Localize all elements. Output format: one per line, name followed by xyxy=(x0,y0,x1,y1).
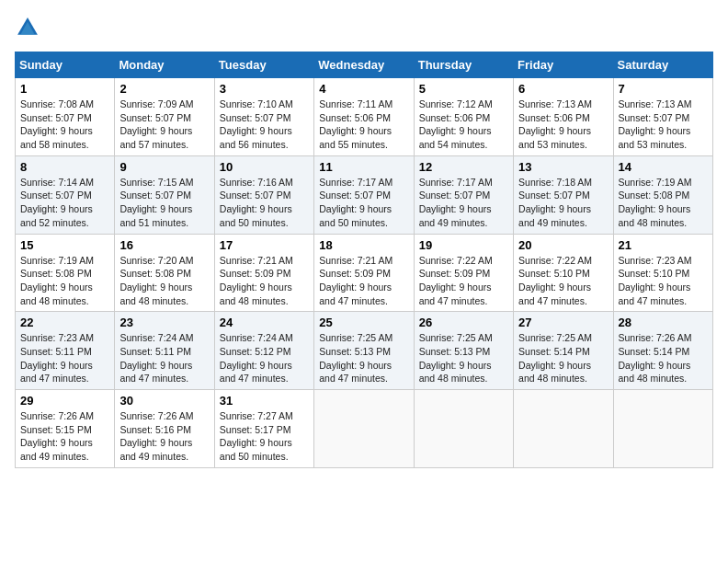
calendar-cell: 29 Sunrise: 7:26 AM Sunset: 5:15 PM Dayl… xyxy=(16,390,115,468)
day-number: 1 xyxy=(20,82,109,96)
calendar-cell: 5 Sunrise: 7:12 AM Sunset: 5:06 PM Dayli… xyxy=(414,78,513,156)
days-of-week-row: SundayMondayTuesdayWednesdayThursdayFrid… xyxy=(16,52,713,78)
day-number: 8 xyxy=(20,160,109,174)
day-of-week-header: Thursday xyxy=(414,52,513,78)
calendar-cell: 4 Sunrise: 7:11 AM Sunset: 5:06 PM Dayli… xyxy=(314,78,414,156)
day-number: 3 xyxy=(220,82,309,96)
day-info: Sunrise: 7:21 AM Sunset: 5:09 PM Dayligh… xyxy=(220,254,309,308)
calendar-cell: 8 Sunrise: 7:14 AM Sunset: 5:07 PM Dayli… xyxy=(16,155,115,234)
calendar-cell: 16 Sunrise: 7:20 AM Sunset: 5:08 PM Dayl… xyxy=(115,234,214,312)
day-of-week-header: Friday xyxy=(514,52,613,78)
day-number: 27 xyxy=(518,316,608,329)
logo-icon xyxy=(15,15,40,40)
day-number: 5 xyxy=(419,82,508,96)
day-info: Sunrise: 7:26 AM Sunset: 5:15 PM Dayligh… xyxy=(20,409,109,464)
day-number: 7 xyxy=(619,82,708,96)
calendar-cell: 11 Sunrise: 7:17 AM Sunset: 5:07 PM Dayl… xyxy=(314,155,414,234)
day-info: Sunrise: 7:26 AM Sunset: 5:16 PM Dayligh… xyxy=(119,409,209,464)
day-info: Sunrise: 7:22 AM Sunset: 5:09 PM Dayligh… xyxy=(419,254,508,308)
calendar-cell xyxy=(414,390,513,468)
day-info: Sunrise: 7:13 AM Sunset: 5:07 PM Dayligh… xyxy=(619,98,708,152)
calendar-cell: 15 Sunrise: 7:19 AM Sunset: 5:08 PM Dayl… xyxy=(16,234,115,312)
calendar-cell xyxy=(314,390,414,468)
calendar-cell: 14 Sunrise: 7:19 AM Sunset: 5:08 PM Dayl… xyxy=(613,155,712,234)
day-number: 11 xyxy=(319,160,408,174)
calendar-week-row: 8 Sunrise: 7:14 AM Sunset: 5:07 PM Dayli… xyxy=(16,155,713,234)
day-of-week-header: Wednesday xyxy=(314,52,414,78)
calendar-cell: 19 Sunrise: 7:22 AM Sunset: 5:09 PM Dayl… xyxy=(414,234,513,312)
day-info: Sunrise: 7:16 AM Sunset: 5:07 PM Dayligh… xyxy=(220,176,309,230)
day-info: Sunrise: 7:23 AM Sunset: 5:11 PM Dayligh… xyxy=(20,331,109,385)
day-of-week-header: Tuesday xyxy=(214,52,313,78)
day-number: 4 xyxy=(319,82,408,96)
day-info: Sunrise: 7:10 AM Sunset: 5:07 PM Dayligh… xyxy=(220,98,309,152)
day-info: Sunrise: 7:23 AM Sunset: 5:10 PM Dayligh… xyxy=(619,254,708,308)
calendar-cell: 23 Sunrise: 7:24 AM Sunset: 5:11 PM Dayl… xyxy=(115,312,214,390)
day-number: 19 xyxy=(419,238,508,252)
page-header xyxy=(15,15,713,40)
calendar-cell: 22 Sunrise: 7:23 AM Sunset: 5:11 PM Dayl… xyxy=(16,312,115,390)
day-number: 14 xyxy=(619,160,708,174)
day-number: 29 xyxy=(20,394,109,408)
calendar-cell: 20 Sunrise: 7:22 AM Sunset: 5:10 PM Dayl… xyxy=(514,234,613,312)
day-number: 17 xyxy=(220,238,309,252)
day-info: Sunrise: 7:26 AM Sunset: 5:14 PM Dayligh… xyxy=(619,331,708,385)
day-number: 18 xyxy=(319,238,408,252)
day-info: Sunrise: 7:15 AM Sunset: 5:07 PM Dayligh… xyxy=(119,176,209,230)
day-info: Sunrise: 7:25 AM Sunset: 5:13 PM Dayligh… xyxy=(419,331,508,385)
day-number: 12 xyxy=(419,160,508,174)
day-of-week-header: Sunday xyxy=(16,52,115,78)
calendar-cell: 12 Sunrise: 7:17 AM Sunset: 5:07 PM Dayl… xyxy=(414,155,513,234)
day-of-week-header: Saturday xyxy=(613,52,712,78)
day-number: 26 xyxy=(419,316,508,329)
calendar-week-row: 22 Sunrise: 7:23 AM Sunset: 5:11 PM Dayl… xyxy=(16,312,713,390)
calendar-cell: 21 Sunrise: 7:23 AM Sunset: 5:10 PM Dayl… xyxy=(613,234,712,312)
calendar-cell: 17 Sunrise: 7:21 AM Sunset: 5:09 PM Dayl… xyxy=(214,234,313,312)
day-info: Sunrise: 7:09 AM Sunset: 5:07 PM Dayligh… xyxy=(119,98,209,152)
calendar-cell: 18 Sunrise: 7:21 AM Sunset: 5:09 PM Dayl… xyxy=(314,234,414,312)
day-info: Sunrise: 7:19 AM Sunset: 5:08 PM Dayligh… xyxy=(619,176,708,230)
day-info: Sunrise: 7:24 AM Sunset: 5:12 PM Dayligh… xyxy=(220,331,309,385)
day-of-week-header: Monday xyxy=(115,52,214,78)
calendar-body: 1 Sunrise: 7:08 AM Sunset: 5:07 PM Dayli… xyxy=(16,78,713,468)
calendar-cell: 7 Sunrise: 7:13 AM Sunset: 5:07 PM Dayli… xyxy=(613,78,712,156)
day-info: Sunrise: 7:25 AM Sunset: 5:13 PM Dayligh… xyxy=(319,331,408,385)
day-info: Sunrise: 7:08 AM Sunset: 5:07 PM Dayligh… xyxy=(20,98,109,152)
day-info: Sunrise: 7:18 AM Sunset: 5:07 PM Dayligh… xyxy=(518,176,608,230)
day-number: 28 xyxy=(619,316,708,329)
day-number: 20 xyxy=(518,238,608,252)
day-info: Sunrise: 7:19 AM Sunset: 5:08 PM Dayligh… xyxy=(20,254,109,308)
day-info: Sunrise: 7:12 AM Sunset: 5:06 PM Dayligh… xyxy=(419,98,508,152)
calendar-cell: 27 Sunrise: 7:25 AM Sunset: 5:14 PM Dayl… xyxy=(514,312,613,390)
day-number: 6 xyxy=(518,82,608,96)
day-info: Sunrise: 7:17 AM Sunset: 5:07 PM Dayligh… xyxy=(419,176,508,230)
calendar-cell xyxy=(613,390,712,468)
calendar-cell: 6 Sunrise: 7:13 AM Sunset: 5:06 PM Dayli… xyxy=(514,78,613,156)
day-number: 31 xyxy=(220,394,309,408)
calendar-cell: 1 Sunrise: 7:08 AM Sunset: 5:07 PM Dayli… xyxy=(16,78,115,156)
day-number: 30 xyxy=(119,394,209,408)
logo xyxy=(15,15,44,40)
day-number: 25 xyxy=(319,316,408,329)
day-number: 15 xyxy=(20,238,109,252)
calendar-cell: 25 Sunrise: 7:25 AM Sunset: 5:13 PM Dayl… xyxy=(314,312,414,390)
calendar-cell: 3 Sunrise: 7:10 AM Sunset: 5:07 PM Dayli… xyxy=(214,78,313,156)
calendar-cell: 10 Sunrise: 7:16 AM Sunset: 5:07 PM Dayl… xyxy=(214,155,313,234)
day-info: Sunrise: 7:20 AM Sunset: 5:08 PM Dayligh… xyxy=(119,254,209,308)
calendar-cell: 26 Sunrise: 7:25 AM Sunset: 5:13 PM Dayl… xyxy=(414,312,513,390)
calendar-cell: 2 Sunrise: 7:09 AM Sunset: 5:07 PM Dayli… xyxy=(115,78,214,156)
day-number: 10 xyxy=(220,160,309,174)
day-info: Sunrise: 7:27 AM Sunset: 5:17 PM Dayligh… xyxy=(220,409,309,464)
day-info: Sunrise: 7:17 AM Sunset: 5:07 PM Dayligh… xyxy=(319,176,408,230)
day-info: Sunrise: 7:11 AM Sunset: 5:06 PM Dayligh… xyxy=(319,98,408,152)
day-info: Sunrise: 7:14 AM Sunset: 5:07 PM Dayligh… xyxy=(20,176,109,230)
day-info: Sunrise: 7:22 AM Sunset: 5:10 PM Dayligh… xyxy=(518,254,608,308)
day-number: 22 xyxy=(20,316,109,329)
calendar-cell: 30 Sunrise: 7:26 AM Sunset: 5:16 PM Dayl… xyxy=(115,390,214,468)
calendar-table: SundayMondayTuesdayWednesdayThursdayFrid… xyxy=(15,52,713,468)
calendar-cell: 28 Sunrise: 7:26 AM Sunset: 5:14 PM Dayl… xyxy=(613,312,712,390)
calendar-week-row: 29 Sunrise: 7:26 AM Sunset: 5:15 PM Dayl… xyxy=(16,390,713,468)
calendar-week-row: 1 Sunrise: 7:08 AM Sunset: 5:07 PM Dayli… xyxy=(16,78,713,156)
day-number: 21 xyxy=(619,238,708,252)
day-number: 9 xyxy=(119,160,209,174)
